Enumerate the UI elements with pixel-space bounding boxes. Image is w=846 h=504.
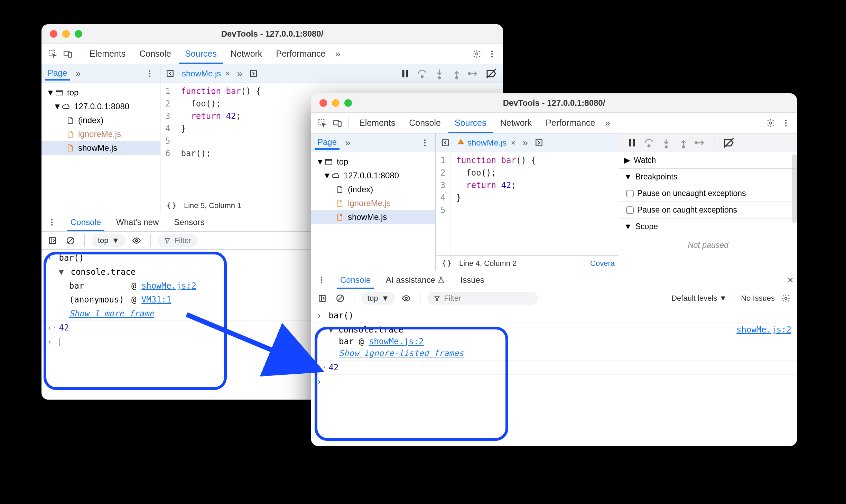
show-more-link[interactable]: Show 1 more frame: [69, 309, 154, 318]
breakpoints-section[interactable]: ▼Breakpoints: [619, 169, 797, 185]
kebab-icon[interactable]: [779, 116, 793, 130]
pause-uncaught-row[interactable]: Pause on uncaught exceptions: [619, 185, 797, 202]
step-icon[interactable]: [468, 67, 480, 80]
device-toggle-icon[interactable]: [331, 116, 344, 130]
gear-icon[interactable]: [779, 291, 793, 305]
deactivate-breakpoints-icon[interactable]: [723, 137, 735, 149]
drawer-tab-console[interactable]: Console: [337, 271, 374, 289]
step-over-icon[interactable]: [643, 137, 655, 149]
close-drawer-icon[interactable]: ×: [787, 274, 793, 286]
tree-top[interactable]: ▼top: [311, 155, 435, 169]
drawer-tab-console[interactable]: Console: [67, 213, 104, 231]
tab-elements[interactable]: Elements: [353, 113, 401, 133]
drawer-tab-sensors[interactable]: Sensors: [170, 213, 208, 231]
show-more-frames[interactable]: Show ignore-listed frames: [328, 346, 464, 358]
show-more-link[interactable]: Show ignore-listed frames: [339, 348, 464, 358]
page-tab[interactable]: Page: [45, 67, 70, 81]
checkbox[interactable]: [626, 206, 634, 214]
tree-file-showme[interactable]: showMe.js: [41, 141, 160, 155]
device-toggle-icon[interactable]: [61, 47, 75, 61]
clear-console-icon[interactable]: [64, 234, 77, 248]
tree-top[interactable]: ▼top: [41, 86, 160, 100]
minimize-icon[interactable]: [62, 30, 70, 38]
gear-icon[interactable]: [764, 116, 778, 130]
more-tabs-icon[interactable]: »: [603, 118, 612, 129]
zoom-icon[interactable]: [75, 30, 82, 38]
drawer-tab-issues[interactable]: Issues: [457, 271, 487, 289]
pause-caught-row[interactable]: Pause on caught exceptions: [619, 202, 797, 218]
kebab-icon[interactable]: [315, 273, 328, 287]
levels-selector[interactable]: Default levels ▼: [671, 294, 727, 303]
page-tab[interactable]: Page: [315, 136, 340, 150]
coverage-link[interactable]: Covera: [590, 259, 615, 268]
eye-icon[interactable]: [130, 234, 143, 248]
more-tabs-icon[interactable]: »: [333, 48, 343, 59]
pretty-print-icon[interactable]: [440, 256, 454, 270]
pretty-print-icon[interactable]: [165, 199, 178, 213]
kebab-icon[interactable]: [143, 67, 157, 81]
context-selector[interactable]: top ▼: [92, 234, 125, 247]
nav-next-icon[interactable]: [532, 136, 546, 150]
close-icon[interactable]: [319, 99, 327, 107]
tree-file-index[interactable]: (index): [311, 183, 435, 196]
console-trace-header[interactable]: ▼ console.trace: [328, 325, 464, 335]
tree-origin[interactable]: ▼127.0.0.1:8080: [41, 100, 160, 113]
tab-console[interactable]: Console: [403, 113, 447, 133]
tab-sources[interactable]: Sources: [448, 113, 493, 133]
code-editor[interactable]: 12345 function bar() { foo(); return 42;…: [436, 152, 619, 255]
drawer-tab-ai[interactable]: AI assistance: [382, 271, 448, 289]
tree-file-ignoreme[interactable]: ignoreMe.js: [41, 127, 160, 141]
kebab-icon[interactable]: [418, 136, 432, 150]
frame-location-link[interactable]: showMe.js:2: [141, 281, 196, 291]
close-tab-icon[interactable]: ×: [511, 138, 515, 148]
more-page-tabs-icon[interactable]: »: [73, 68, 83, 79]
nav-prev-icon[interactable]: [438, 136, 452, 150]
editor-tab[interactable]: showMe.js×: [454, 138, 518, 148]
scope-section[interactable]: ▼Scope: [619, 218, 797, 235]
tab-sources[interactable]: Sources: [179, 44, 223, 64]
trace-source-link[interactable]: showMe.js:2: [736, 325, 791, 335]
step-out-icon[interactable]: [450, 67, 463, 80]
step-into-icon[interactable]: [660, 137, 672, 149]
kebab-icon[interactable]: [485, 47, 499, 61]
drawer-tab-whatsnew[interactable]: What's new: [113, 213, 162, 231]
nav-next-icon[interactable]: [247, 67, 260, 81]
tab-performance[interactable]: Performance: [539, 113, 601, 133]
sidebar-toggle-icon[interactable]: [46, 234, 59, 248]
tab-network[interactable]: Network: [494, 113, 538, 133]
tree-file-ignoreme[interactable]: ignoreMe.js: [311, 196, 435, 210]
frame-location-link[interactable]: showMe.js:2: [369, 337, 424, 346]
tab-console[interactable]: Console: [133, 44, 177, 64]
step-over-icon[interactable]: [416, 67, 428, 80]
editor-tab[interactable]: showMe.js×: [179, 69, 233, 78]
watch-section[interactable]: ▶Watch: [619, 152, 797, 169]
more-editor-tabs-icon[interactable]: »: [520, 137, 530, 148]
inspect-icon[interactable]: [315, 116, 329, 130]
nav-prev-icon[interactable]: [163, 67, 177, 81]
tree-origin[interactable]: ▼127.0.0.1:8080: [311, 169, 435, 183]
step-out-icon[interactable]: [677, 137, 690, 149]
step-icon[interactable]: [695, 137, 707, 149]
more-editor-tabs-icon[interactable]: »: [235, 68, 244, 79]
issues-label[interactable]: No Issues: [741, 294, 775, 303]
pause-icon[interactable]: [625, 137, 638, 149]
sidebar-toggle-icon[interactable]: [315, 291, 329, 305]
eye-icon[interactable]: [399, 291, 413, 305]
checkbox[interactable]: [626, 190, 634, 197]
more-page-tabs-icon[interactable]: »: [343, 137, 353, 148]
scrollbar[interactable]: [792, 154, 797, 223]
context-selector[interactable]: top ▼: [361, 292, 395, 305]
tab-elements[interactable]: Elements: [83, 44, 132, 64]
minimize-icon[interactable]: [332, 99, 340, 107]
zoom-icon[interactable]: [344, 99, 352, 107]
clear-console-icon[interactable]: [333, 291, 347, 305]
tree-file-index[interactable]: (index): [41, 113, 160, 127]
tree-file-showme[interactable]: showMe.js: [311, 210, 435, 224]
kebab-icon[interactable]: [45, 215, 59, 229]
frame-location-link[interactable]: VM31:1: [141, 295, 171, 305]
step-into-icon[interactable]: [433, 67, 446, 80]
pause-icon[interactable]: [399, 67, 411, 80]
filter-input[interactable]: Filter: [427, 292, 538, 305]
gear-icon[interactable]: [470, 47, 484, 61]
console-call-row[interactable]: › bar(): [311, 309, 797, 323]
